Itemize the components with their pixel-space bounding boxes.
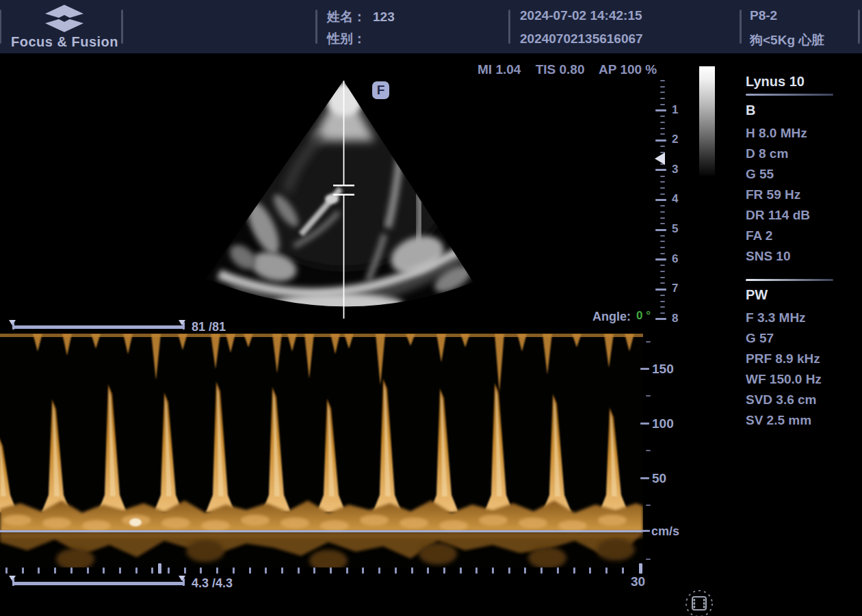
time-minor-tick (492, 567, 494, 574)
time-minor-tick (168, 567, 170, 574)
depth-minor-tick (660, 295, 665, 296)
depth-label: 5 (672, 222, 678, 236)
time-minor-tick (573, 567, 575, 574)
velocity-label-50: 50 (652, 471, 666, 486)
patient-name-label: 姓名： (327, 10, 366, 24)
depth-major-tick (655, 289, 666, 291)
velocity-major-tick (640, 423, 649, 425)
b-param-frame-rate: FR 59 Hz (746, 187, 800, 202)
depth-label: 8 (672, 312, 678, 325)
frame-counter: 81 /81 (192, 320, 226, 334)
time-minor-tick (135, 567, 138, 574)
depth-major-tick (655, 109, 666, 111)
time-minor-tick (184, 567, 186, 574)
focus-position-marker[interactable] (655, 152, 665, 165)
velocity-label-150: 150 (652, 362, 674, 377)
depth-label: 6 (672, 252, 678, 266)
time-minor-tick (22, 567, 24, 574)
brand-name: Focus & Fusion (11, 34, 118, 50)
pw-param-gain: G 57 (746, 331, 774, 346)
depth-major-tick (655, 258, 666, 260)
depth-minor-tick (660, 241, 665, 242)
pw-param-prf: PRF 8.9 kHz (746, 351, 820, 366)
divider (858, 10, 860, 44)
freeze-indicator-badge: F (372, 81, 389, 99)
depth-minor-tick (660, 92, 665, 93)
gender-label: 性别： (327, 31, 366, 46)
doppler-baseline[interactable] (0, 531, 643, 533)
pw-spectrum-image (0, 334, 643, 567)
depth-label: 3 (672, 163, 678, 176)
acoustic-output: MI 1.04 TIS 0.80 AP 100 % (478, 62, 668, 77)
depth-minor-tick (660, 235, 665, 237)
time-minor-tick (119, 567, 121, 574)
time-minor-tick (54, 567, 56, 574)
time-minor-tick (233, 567, 235, 574)
time-minor-tick (557, 567, 559, 574)
depth-minor-tick (660, 86, 665, 88)
pw-param-wall-filter: WF 150.0 Hz (746, 372, 822, 387)
cine-progress-bar[interactable] (12, 325, 185, 329)
time-end-label: 30 (631, 574, 645, 589)
velocity-minor-tick (646, 559, 651, 560)
depth-minor-tick (660, 80, 665, 81)
velocity-minor-tick (646, 395, 651, 397)
depth-minor-tick (660, 193, 665, 195)
velocity-minor-tick (646, 450, 651, 451)
brand-logo: Focus & Fusion (10, 3, 119, 52)
depth-minor-tick (660, 146, 665, 147)
time-major-tick (158, 563, 161, 574)
b-param-gain: G 55 (746, 167, 774, 182)
time-minor-tick (346, 567, 348, 574)
depth-minor-tick (660, 223, 665, 224)
time-minor-tick (103, 567, 105, 574)
time-minor-tick (330, 567, 332, 574)
time-minor-tick (38, 567, 40, 574)
time-minor-tick (395, 567, 397, 574)
velocity-minor-tick (646, 505, 651, 506)
time-minor-tick (151, 567, 153, 574)
depth-major-tick (655, 139, 666, 142)
tis-value: TIS 0.80 (536, 62, 585, 77)
probe-model: P8-2 (750, 8, 777, 23)
ultrasound-screen: Focus & Fusion 姓名：123 性别： 2024-07-02 14:… (0, 0, 862, 616)
patient-name-row: 姓名：123 (327, 8, 395, 26)
time-minor-tick (87, 567, 89, 574)
depth-minor-tick (660, 217, 665, 219)
depth-minor-tick (660, 306, 665, 308)
time-minor-tick (298, 567, 300, 574)
depth-minor-tick (660, 98, 665, 99)
b-mode-image (192, 74, 493, 334)
depth-minor-tick (660, 176, 665, 177)
time-minor-tick (5, 567, 8, 574)
time-minor-tick (605, 567, 608, 574)
velocity-major-tick (640, 368, 649, 370)
time-minor-tick (281, 567, 283, 574)
cine-clip-icon[interactable] (684, 589, 714, 616)
sweep-counter: 4.3 /4.3 (192, 576, 233, 591)
time-minor-tick (200, 567, 202, 574)
time-minor-tick (508, 567, 510, 574)
depth-major-tick (655, 229, 666, 231)
divider (315, 10, 317, 44)
depth-minor-tick (660, 181, 665, 183)
depth-minor-tick (660, 265, 665, 266)
time-minor-tick (265, 567, 267, 574)
time-minor-tick (460, 567, 462, 574)
time-minor-tick (622, 567, 624, 574)
time-minor-tick (70, 567, 73, 574)
b-param-sns: SNS 10 (746, 249, 790, 264)
time-minor-tick (475, 567, 478, 574)
b-param-fa: FA 2 (746, 228, 772, 243)
divider (508, 10, 510, 44)
depth-minor-tick (660, 247, 665, 248)
depth-minor-tick (660, 122, 665, 123)
depth-label: 2 (672, 133, 678, 146)
depth-minor-tick (660, 301, 665, 302)
time-minor-tick (313, 567, 315, 574)
baseline-tick (642, 530, 650, 532)
sweep-progress-bar[interactable] (12, 582, 185, 585)
time-minor-tick (362, 567, 364, 574)
pw-param-svd: SVD 3.6 cm (746, 392, 817, 407)
top-bar: Focus & Fusion 姓名：123 性别： 2024-07-02 14:… (0, 0, 862, 53)
